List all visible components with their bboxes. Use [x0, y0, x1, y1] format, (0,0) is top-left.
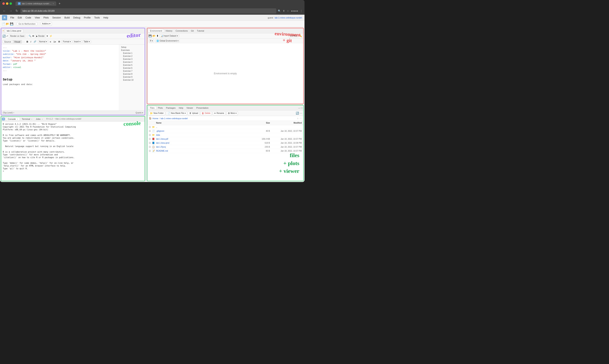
toc-ex10[interactable]: Exercise 10	[120, 78, 144, 81]
global-env-btn[interactable]: 🌐 Global Environment ▾	[155, 39, 179, 42]
file-row-pdf[interactable]: ☐ 📕 lab-1-ikea.pdf 106.4 KB Jan 18, 2022…	[147, 137, 303, 141]
menu-icon[interactable]: ⋮	[300, 10, 303, 12]
env-open-icon[interactable]: 📂	[152, 34, 156, 37]
browser-tab[interactable]: R lab-1-mine-cetinkaya-rundel-... ×	[15, 1, 56, 6]
pdf-name[interactable]: lab-1-ikea.pdf	[156, 138, 254, 140]
italic-btn[interactable]: I	[30, 40, 32, 43]
forward-btn[interactable]: →	[8, 9, 13, 13]
insert-dropdown[interactable]: Insert ▾	[73, 40, 82, 43]
breadcrumb-more-icon[interactable]: ⋯	[300, 117, 302, 120]
file-check-rproj[interactable]: ☐	[149, 146, 152, 148]
jobs-tab-close[interactable]: ×	[42, 118, 43, 120]
file-row-rproj[interactable]: ☐ 📋 lab-1.Rproj 235 B Jan 18, 2022, 10:3…	[147, 145, 303, 149]
env-tab-git[interactable]: Git	[189, 29, 195, 32]
maximize-traffic-light[interactable]	[10, 2, 12, 5]
normal-dropdown[interactable]: Normal ▾	[38, 40, 48, 43]
r-dropdown-btn[interactable]: R ▾	[149, 39, 154, 42]
close-traffic-light[interactable]	[2, 2, 5, 5]
statusbar-left[interactable]: (Top Level) ÷	[3, 112, 14, 114]
sort-icon[interactable]: ↕	[297, 117, 299, 120]
files-more-options-icon[interactable]: ⋯	[300, 112, 302, 115]
import-dataset-btn[interactable]: 📊 Import Dataset ▾	[159, 34, 179, 37]
render-options-icon[interactable]: ⚡	[50, 35, 52, 37]
file-row-qmd[interactable]: ☐ 📘 lab-1-ikea.qmd 619 B Jan 18, 2022, 1…	[147, 141, 303, 145]
new-folder-btn[interactable]: 📁 New Folder	[148, 111, 165, 115]
menu-file[interactable]: File	[9, 16, 16, 20]
env-tab-tutorial[interactable]: Tutorial	[195, 29, 206, 32]
menu-edit[interactable]: Edit	[16, 16, 24, 20]
refresh-btn[interactable]: ↻	[15, 9, 19, 13]
menu-tools[interactable]: Tools	[93, 16, 101, 20]
menu-view[interactable]: View	[33, 16, 41, 20]
tab-close-btn[interactable]: ×	[53, 3, 54, 5]
files-tab-files[interactable]: Files	[148, 106, 156, 110]
addins-btn[interactable]: Addins ▾	[41, 22, 52, 26]
address-bar[interactable]: labs-az-08.oit.duke.edu:30189	[20, 8, 276, 13]
save-icon[interactable]: 💾	[10, 22, 13, 26]
menu-debug[interactable]: Debug	[72, 16, 82, 20]
file-row-readme[interactable]: ☐ 📝 README.md 83 B Jan 18, 2022, 10:37 P…	[147, 149, 303, 153]
new-blank-file-dropdown[interactable]: ▾	[185, 112, 186, 114]
file-row-data[interactable]: ☐ 📁 data	[147, 133, 303, 137]
files-tab-help[interactable]: Help	[177, 106, 185, 109]
list-btn[interactable]: ≡	[49, 40, 52, 43]
delete-btn[interactable]: 🗑 Delete	[200, 111, 212, 115]
indent-btn[interactable]: ⊞	[57, 40, 61, 43]
toc-ex4[interactable]: Exercise 4	[120, 61, 144, 64]
toc-ex1[interactable]: Exercise 1	[120, 52, 144, 55]
open-file-icon[interactable]: 📂	[6, 22, 9, 26]
console-tab-jobs[interactable]: Jobs ×	[34, 117, 44, 121]
console-content[interactable]: R version 4.1.2 (2021-11-01) -- "Bird Hi…	[1, 122, 145, 181]
env-tab-connections[interactable]: Connections	[174, 29, 189, 32]
files-tab-plots[interactable]: Plots	[157, 106, 164, 109]
search-editor-icon[interactable]: 🔍	[29, 35, 31, 37]
file-check[interactable]: ☐	[149, 126, 152, 128]
file-row-gitignore[interactable]: ☐ 📄 .gitignore 40 B Jan 18, 2022, 10:37 …	[147, 129, 303, 133]
files-tab-viewer[interactable]: Viewer	[185, 106, 195, 109]
editor-code-area[interactable]: --- title: "Lab 1 - Meet the toolkit" su…	[1, 44, 119, 110]
visual-tab[interactable]: Visual	[13, 40, 22, 43]
bookmark-icon[interactable]: ☆	[287, 10, 289, 12]
breadcrumb-home-link[interactable]: Home	[152, 117, 158, 120]
render-refresh-icon[interactable]: 🔄	[2, 35, 6, 38]
menu-code[interactable]: Code	[24, 16, 33, 20]
files-tab-packages[interactable]: Packages	[164, 106, 177, 109]
menu-profile[interactable]: Profile	[82, 16, 92, 20]
file-check-readme[interactable]: ☐	[149, 150, 152, 152]
memory-btn[interactable]: 193 MiB	[289, 34, 298, 37]
toc-ex7[interactable]: Exercise 7	[120, 70, 144, 73]
console-tab-terminal[interactable]: Terminal ×	[20, 117, 34, 121]
parent-dir-name[interactable]: ..	[156, 126, 254, 128]
render-dropdown-icon[interactable]: ▾	[47, 35, 48, 37]
readme-name[interactable]: README.md	[156, 150, 254, 152]
terminal-tab-close[interactable]: ×	[31, 118, 32, 120]
toc-ex3[interactable]: Exercise 3	[120, 58, 144, 61]
console-tab-close[interactable]: ×	[17, 118, 18, 120]
menu-help[interactable]: Help	[102, 16, 110, 20]
header-size[interactable]: Size	[254, 122, 270, 124]
more-btn[interactable]: ⚙ More ▾	[226, 111, 238, 115]
env-save-icon[interactable]: 💾	[148, 34, 152, 37]
files-maximize-btn[interactable]: □	[301, 107, 303, 109]
statusbar-right[interactable]: Quarto ▾	[135, 112, 143, 114]
console-prompt[interactable]: >	[3, 170, 143, 173]
back-btn[interactable]: ←	[2, 9, 7, 13]
file-check-data[interactable]: ☐	[149, 134, 152, 136]
header-modified[interactable]: Modified	[270, 122, 302, 124]
menu-plots[interactable]: Plots	[42, 16, 51, 20]
file-row-parent[interactable]: ☐ 📁 ..	[147, 125, 303, 129]
env-tab-history[interactable]: History	[164, 29, 174, 32]
format-dropdown[interactable]: Format ▾	[62, 40, 72, 43]
search-icon[interactable]: 🔍	[278, 10, 281, 12]
menu-build[interactable]: Build	[63, 16, 71, 20]
console-tab-console[interactable]: Console ×	[6, 117, 20, 121]
breadcrumb-folder-link[interactable]: lab-1-mine-cetinkaya-rundel	[161, 117, 188, 120]
source-tab[interactable]: Source	[3, 40, 13, 43]
files-tab-presentation[interactable]: Presentation	[195, 106, 210, 109]
file-check-gitignore[interactable]: ☐	[149, 130, 152, 132]
data-folder-name[interactable]: data	[156, 134, 254, 136]
new-file-icon[interactable]: 📄	[1, 22, 5, 26]
ordered-list-btn[interactable]: 1≡	[53, 40, 57, 43]
rproj-name[interactable]: lab-1.Rproj	[156, 146, 254, 148]
env-import-icon[interactable]: ⬆	[157, 34, 159, 37]
